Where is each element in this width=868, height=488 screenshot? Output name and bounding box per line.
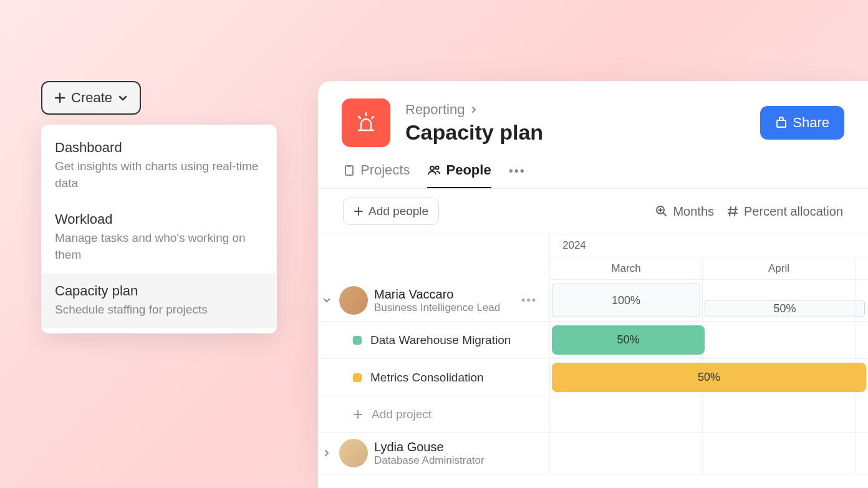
timeline-month: April	[703, 257, 856, 279]
dropdown-item-desc: Schedule staffing for projects	[55, 302, 263, 318]
dropdown-item-title: Workload	[55, 211, 263, 227]
avatar	[339, 286, 368, 315]
breadcrumb[interactable]: Reporting	[405, 102, 745, 118]
collapse-toggle[interactable]	[321, 296, 333, 305]
dropdown-item-desc: Manage tasks and who's working on them	[55, 230, 263, 263]
share-icon	[775, 117, 788, 129]
chevron-down-icon	[322, 296, 331, 305]
project-name: Metrics Consolidation	[370, 371, 484, 385]
tab-people[interactable]: People	[427, 162, 491, 188]
person-name: Maria Vaccaro	[374, 287, 500, 302]
dropdown-item-dashboard[interactable]: Dashboard Get insights with charts using…	[41, 130, 277, 201]
row-more-button[interactable]: •••	[521, 294, 537, 307]
allocation-bar[interactable]: 50%	[552, 325, 705, 355]
capacity-plan-icon	[342, 98, 390, 147]
tab-projects[interactable]: Projects	[343, 162, 410, 188]
create-dropdown: Dashboard Get insights with charts using…	[41, 125, 277, 333]
zoom-control[interactable]: Months	[655, 204, 714, 219]
create-button-label: Create	[71, 90, 112, 106]
timeline-month: March	[550, 257, 703, 279]
zoom-label: Months	[673, 204, 714, 219]
share-button-label: Share	[793, 115, 829, 131]
person-row: Maria Vaccaro Business Intelligence Lead…	[318, 280, 868, 322]
add-people-label: Add people	[369, 204, 428, 218]
app-header: Reporting Capacity plan Share	[318, 81, 868, 153]
clipboard-icon	[343, 164, 355, 176]
allocation-mode-label: Percent allocation	[744, 204, 843, 219]
share-button[interactable]: Share	[760, 106, 844, 140]
tab-more-button[interactable]: •••	[509, 164, 526, 187]
person-role: Database Administrator	[374, 454, 485, 467]
capacity-grid: 2024 March April Maria Vaccaro Business …	[318, 234, 868, 474]
dropdown-item-desc: Get insights with charts using real-time…	[55, 158, 263, 191]
svg-rect-1	[345, 166, 353, 175]
tab-label: Projects	[360, 162, 410, 178]
project-row: Metrics Consolidation 50%	[318, 359, 868, 396]
dropdown-item-workload[interactable]: Workload Manage tasks and who's working …	[41, 201, 277, 273]
plus-icon	[354, 206, 364, 216]
add-project-row: Add project	[318, 396, 868, 433]
chevron-right-icon	[470, 105, 478, 114]
allocation-mode-control[interactable]: Percent allocation	[726, 204, 843, 219]
siren-icon	[352, 109, 380, 136]
dropdown-item-capacity-plan[interactable]: Capacity plan Schedule staffing for proj…	[41, 273, 277, 328]
allocation-march[interactable]: 100%	[552, 284, 700, 317]
project-color-dot	[353, 373, 362, 382]
project-name: Data Warehouse Migration	[370, 333, 511, 347]
plus-icon	[54, 92, 66, 104]
person-name: Lydia Gouse	[374, 440, 485, 454]
hash-icon	[726, 205, 739, 218]
svg-point-3	[430, 166, 434, 170]
person-role: Business Intelligence Lead	[374, 302, 500, 314]
dropdown-item-title: Dashboard	[55, 140, 263, 156]
add-project-label: Add project	[372, 408, 432, 421]
person-row: Lydia Gouse Database Administrator	[318, 433, 868, 474]
project-row: Data Warehouse Migration 50%	[318, 322, 868, 359]
create-button[interactable]: Create	[41, 81, 141, 115]
project-color-dot	[353, 336, 362, 345]
dropdown-item-title: Capacity plan	[55, 283, 263, 299]
people-icon	[427, 163, 441, 177]
plus-icon	[353, 409, 363, 419]
zoom-in-icon	[655, 205, 668, 218]
chevron-right-icon	[322, 449, 331, 457]
tabs: Projects People •••	[318, 153, 868, 189]
toolbar: Add people Months Percent allocation	[318, 189, 868, 234]
avatar	[339, 439, 368, 467]
expand-toggle[interactable]	[321, 449, 333, 457]
timeline-year: 2024	[550, 234, 868, 257]
add-project-button[interactable]: Add project	[318, 396, 550, 432]
allocation-april[interactable]: 50%	[705, 300, 865, 317]
app-panel: Reporting Capacity plan Share Projects P…	[318, 81, 868, 488]
allocation-bar[interactable]: 50%	[552, 363, 866, 392]
svg-rect-0	[777, 120, 786, 127]
chevron-down-icon	[117, 92, 128, 103]
svg-point-4	[436, 166, 439, 170]
page-title: Capacity plan	[405, 120, 745, 145]
svg-rect-2	[347, 165, 351, 167]
tab-label: People	[446, 162, 491, 178]
add-people-button[interactable]: Add people	[343, 198, 439, 225]
breadcrumb-parent: Reporting	[405, 102, 465, 118]
